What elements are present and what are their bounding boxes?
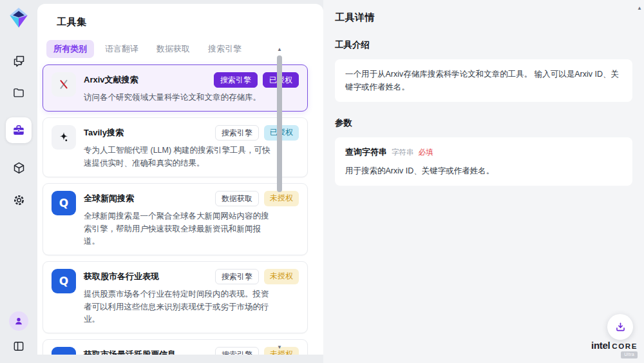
- arxiv-icon: [52, 72, 76, 97]
- download-button[interactable]: [607, 314, 633, 340]
- user-avatar[interactable]: [9, 311, 28, 331]
- toolset-scrollbar[interactable]: ▲ ▼: [276, 46, 283, 351]
- scroll-down-icon[interactable]: ▼: [276, 344, 283, 351]
- intro-box: 一个用于从Arxiv存储库搜索科学论文和文章的工具。 输入可以是Arxiv ID…: [335, 59, 632, 102]
- ultra-badge: Ultra: [621, 351, 638, 358]
- panel-toggle-icon[interactable]: [11, 338, 26, 354]
- blue-q-icon: Q: [52, 269, 76, 293]
- tool-list: Arxiv文献搜索搜索引擎已授权访问各个研究领域大量科学论文和文章的存储库。Ta…: [43, 64, 308, 355]
- param-name: 查询字符串: [345, 146, 387, 159]
- tool-card[interactable]: Arxiv文献搜索搜索引擎已授权访问各个研究领域大量科学论文和文章的存储库。: [43, 64, 308, 112]
- detail-title: 工具详情: [335, 12, 632, 24]
- intel-wordmark: intel: [591, 340, 610, 351]
- category-badge: 数据获取: [215, 191, 259, 206]
- param-box: 查询字符串 字符串 必填 用于搜索的Arxiv ID、关键字或作者姓名。: [335, 137, 632, 186]
- tool-description: 全球新闻搜索是一个聚合全球各大新闻网站内容的搜索引擎，帮助用户快速获取全球最新资…: [84, 210, 274, 248]
- gear-icon[interactable]: [11, 192, 26, 208]
- tab-1[interactable]: 语言翻译: [98, 40, 146, 58]
- tool-name: 全球新闻搜索: [84, 191, 134, 204]
- category-badge: 搜索引擎: [215, 269, 259, 284]
- param-required-flag: 必填: [419, 146, 433, 158]
- app-logo-icon: [7, 6, 30, 30]
- blue-q-icon: Q: [52, 347, 76, 355]
- tool-name: 获取市场最活跃股票信息: [84, 347, 176, 355]
- cube-icon[interactable]: [11, 160, 26, 175]
- params-heading: 参数: [335, 117, 632, 129]
- tab-2[interactable]: 数据获取: [149, 40, 197, 58]
- blue-q-icon: Q: [52, 191, 76, 215]
- intel-core-logo: intel CORE Ultra: [595, 340, 638, 358]
- core-wordmark: CORE: [612, 342, 638, 350]
- param-description: 用于搜索的Arxiv ID、关键字或作者姓名。: [345, 164, 622, 177]
- scroll-up-icon[interactable]: ▲: [276, 46, 283, 53]
- tool-card[interactable]: Tavily搜索搜索引擎已授权专为人工智能代理 (LLM) 构建的搜索引擎工具，…: [43, 117, 308, 177]
- param-type: 字符串: [392, 146, 414, 158]
- tool-description: 访问各个研究领域大量科学论文和文章的存储库。: [84, 92, 274, 104]
- left-sidebar: [0, 0, 37, 363]
- tool-description: 提供股票市场各个行业在特定时间段内的表现。投资者可以利用这些信息来识别表现优于或…: [84, 288, 274, 326]
- category-badge: 搜索引擎: [215, 347, 259, 355]
- tavily-icon: [52, 125, 76, 150]
- chat-icon[interactable]: [11, 53, 26, 68]
- app-window: 工具集 所有类别语言翻译数据获取搜索引擎 Arxiv文献搜索搜索引擎已授权访问各…: [0, 0, 644, 363]
- tab-0[interactable]: 所有类别: [46, 40, 94, 58]
- tool-name: Tavily搜索: [84, 125, 124, 139]
- tool-description: 专为人工智能代理 (LLM) 构建的搜索引擎工具，可快速提供实时、准确和真实的结…: [84, 144, 274, 170]
- category-badge: 搜索引擎: [215, 125, 259, 141]
- intro-heading: 工具介绍: [335, 39, 632, 51]
- scrollbar-thumb[interactable]: [277, 55, 282, 192]
- tool-detail-panel: 工具详情 工具介绍 一个用于从Arxiv存储库搜索科学论文和文章的工具。 输入可…: [323, 0, 644, 363]
- folder-icon[interactable]: [11, 85, 26, 101]
- tool-name: Arxiv文献搜索: [84, 72, 138, 86]
- download-icon: [614, 321, 627, 333]
- toolbox-icon[interactable]: [6, 117, 32, 143]
- category-badge: 搜索引擎: [214, 72, 258, 88]
- detail-scroll-up-icon[interactable]: ▲: [637, 5, 642, 11]
- toolset-title: 工具集: [57, 16, 323, 28]
- tool-card[interactable]: Q获取市场最活跃股票信息搜索引擎未授权提供当天交易量最高的股票列表，投资者可以利…: [43, 339, 308, 355]
- tool-card[interactable]: Q获取股市各行业表现搜索引擎未授权提供股票市场各个行业在特定时间段内的表现。投资…: [43, 261, 308, 333]
- tool-card[interactable]: Q全球新闻搜索数据获取未授权全球新闻搜索是一个聚合全球各大新闻网站内容的搜索引擎…: [43, 183, 308, 255]
- tab-3[interactable]: 搜索引擎: [201, 40, 249, 58]
- tool-name: 获取股市各行业表现: [84, 269, 159, 282]
